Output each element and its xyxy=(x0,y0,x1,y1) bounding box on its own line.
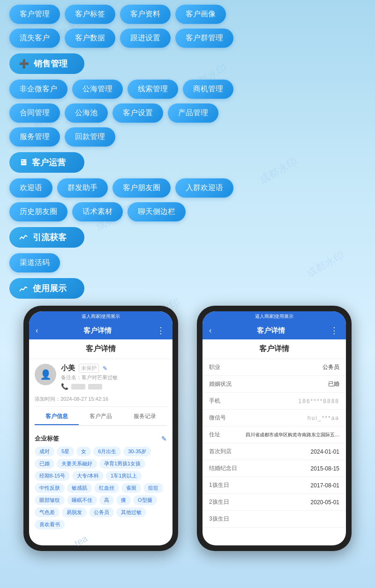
right-phone: 逼人商家|使用展示 ‹ 客户详情 ⋮ 客户详情 职业公务员婚姻状况已婚手机186… xyxy=(197,306,352,551)
customer-tag: 喜欢看书 xyxy=(35,520,65,529)
tag-btn[interactable]: 客户管理 xyxy=(9,5,60,24)
tag-btn[interactable]: 流失客户 xyxy=(9,29,60,48)
customer-tag: 1车1房以上 xyxy=(106,471,142,481)
tag-btn[interactable]: 渠道活码 xyxy=(9,253,60,272)
tag-btn[interactable]: 跟进设置 xyxy=(120,29,171,48)
detail-row: 1孩生日2017-08-01 xyxy=(202,477,346,494)
tag-btn[interactable]: 客户画像 xyxy=(175,5,226,24)
detail-label: 3孩生日 xyxy=(209,515,237,523)
detail-row: 手机186****8888 xyxy=(202,393,346,410)
edit-icon[interactable]: ✎ xyxy=(103,365,107,372)
tab-service-record[interactable]: 服务记录 xyxy=(123,409,167,425)
traffic-icon xyxy=(19,233,28,242)
customer-tag: 敏感肌 xyxy=(67,483,92,493)
tag-btn[interactable]: 客户群管理 xyxy=(175,29,233,48)
customer-tag: 痘痘 xyxy=(143,483,163,493)
tag-btn[interactable]: 群发助手 xyxy=(57,178,108,198)
left-nav-dots[interactable]: ⋮ xyxy=(157,325,166,336)
detail-row: 首次到店2024-01-01 xyxy=(202,443,346,460)
sales-row3: 服务管理回款管理 xyxy=(9,127,366,147)
detail-value: 2020-05-01 xyxy=(237,499,339,506)
detail-row: 2孩生日2020-05-01 xyxy=(202,494,346,511)
tag-btn[interactable]: 欢迎语 xyxy=(9,178,52,198)
customer-tag: 睡眠不佳 xyxy=(67,495,97,505)
customer-mgmt-row1: 客户管理客户标签客户资料客户画像 xyxy=(9,5,366,24)
phone-icon[interactable]: 📞 xyxy=(61,383,68,390)
ops-label: 客户运营 xyxy=(32,157,66,168)
traffic-header: 引流获客 xyxy=(9,227,84,248)
tag-btn[interactable]: 商机管理 xyxy=(183,80,233,99)
detail-row: 婚姻状况已婚 xyxy=(202,376,346,393)
left-nav-bar: ‹ 客户详情 ⋮ xyxy=(29,322,172,339)
customer-tag: 高 xyxy=(99,495,114,505)
detail-value: 已婚 xyxy=(237,380,339,388)
customer-icons: 📞 xyxy=(61,383,118,390)
tag-btn[interactable]: 客户朋友圈 xyxy=(112,178,171,198)
right-phone-inner: 逼人商家|使用展示 ‹ 客户详情 ⋮ 客户详情 职业公务员婚姻状况已婚手机186… xyxy=(202,311,346,545)
tag-btn[interactable]: 公海管理 xyxy=(72,80,123,99)
tab-customer-product[interactable]: 客户产品 xyxy=(79,409,123,425)
customer-tag: O型腿 xyxy=(133,495,157,505)
tag-btn[interactable]: 客户资料 xyxy=(120,5,171,24)
ops-row2: 历史朋友圈话术素材聊天侧边栏 xyxy=(9,202,366,221)
customer-tag: 成对 xyxy=(35,447,54,456)
phones-section: 逼人商家|使用展示 ‹ 客户详情 ⋮ 客户详情 👤 xyxy=(9,306,366,551)
tag-btn[interactable]: 线索管理 xyxy=(128,80,178,99)
customer-tag: 已婚 xyxy=(35,459,54,469)
detail-row: 职业公务员 xyxy=(202,359,346,376)
detail-label: 微信号 xyxy=(209,414,237,422)
right-back-btn[interactable]: ‹ xyxy=(209,326,211,335)
customer-tag: 夫妻关系融好 xyxy=(57,459,97,469)
tag-btn[interactable]: 公海池 xyxy=(65,103,108,123)
left-nav-title: 客户详情 xyxy=(83,326,112,335)
customer-mgmt-row2: 流失客户客户数据跟进设置客户群管理 xyxy=(9,29,366,48)
left-page-header: 客户详情 xyxy=(29,339,172,359)
detail-label: 2孩生日 xyxy=(209,498,237,506)
detail-row: 3孩生日 xyxy=(202,511,346,528)
traffic-row1: 渠道活码 xyxy=(9,253,366,272)
tag-btn[interactable]: 非企微客户 xyxy=(9,80,68,99)
sales-row1: 非企微客户公海管理线索管理商机管理 xyxy=(9,80,366,99)
tag-btn[interactable]: 客户标签 xyxy=(65,5,115,24)
right-nav-dots[interactable]: ⋮ xyxy=(330,325,339,336)
customer-tag: 红血丝 xyxy=(94,483,119,493)
customer-tag: 易脱发 xyxy=(62,507,87,517)
detail-label: 1孩生日 xyxy=(209,481,237,489)
tag-btn[interactable]: 聊天侧边栏 xyxy=(128,202,186,221)
tag-btn[interactable]: 客户数据 xyxy=(65,29,115,48)
traffic-label: 引流获客 xyxy=(33,232,67,243)
detail-value: 2024-01-01 xyxy=(237,448,339,455)
demo-header: 使用展示 xyxy=(9,278,84,299)
customer-ops-header: 🖥 客户运营 xyxy=(9,152,84,173)
tab-customer-info[interactable]: 客户信息 xyxy=(35,409,79,425)
right-page-header: 客户详情 xyxy=(202,339,346,359)
tag-btn[interactable]: 服务管理 xyxy=(9,127,60,147)
detail-label: 职业 xyxy=(209,363,237,371)
left-phone: 逼人商家|使用展示 ‹ 客户详情 ⋮ 客户详情 👤 xyxy=(23,306,178,551)
detail-label: 住址 xyxy=(209,431,237,439)
left-back-btn[interactable]: ‹ xyxy=(36,326,38,335)
tag-btn[interactable]: 话术素材 xyxy=(72,202,123,221)
customer-tag: 眼部皱纹 xyxy=(35,495,65,505)
customer-tag: 公务员 xyxy=(89,507,114,517)
add-time: 添加时间：2024-08-27 15:42:16 xyxy=(35,394,167,407)
tag-btn[interactable]: 入群欢迎语 xyxy=(175,178,233,198)
customer-tag: 雀斑 xyxy=(121,483,141,493)
customer-name: 小美 xyxy=(61,364,75,373)
sales-label: 销售管理 xyxy=(34,58,68,69)
customer-tag: 痩 xyxy=(116,495,131,505)
tabs-row: 客户信息 客户产品 服务记录 xyxy=(35,409,167,426)
detail-row: 微信号hui_***aa xyxy=(202,410,346,426)
placeholder-icon2 xyxy=(88,384,102,390)
customer-remark: 备注名：客户对芒果过敏 xyxy=(61,374,118,381)
label-edit-icon[interactable]: ✎ xyxy=(161,435,167,442)
tag-btn[interactable]: 合同管理 xyxy=(9,103,60,123)
tag-btn[interactable]: 客户设置 xyxy=(112,103,163,123)
detail-label: 首次到店 xyxy=(209,448,237,456)
tag-btn[interactable]: 回款管理 xyxy=(65,127,115,147)
right-nav-title: 客户详情 xyxy=(257,326,285,335)
sales-icon: ➕ xyxy=(19,59,29,69)
detail-label: 婚姻状况 xyxy=(209,380,237,388)
tag-btn[interactable]: 历史朋友圈 xyxy=(9,202,68,221)
tag-btn[interactable]: 产品管理 xyxy=(168,103,218,123)
